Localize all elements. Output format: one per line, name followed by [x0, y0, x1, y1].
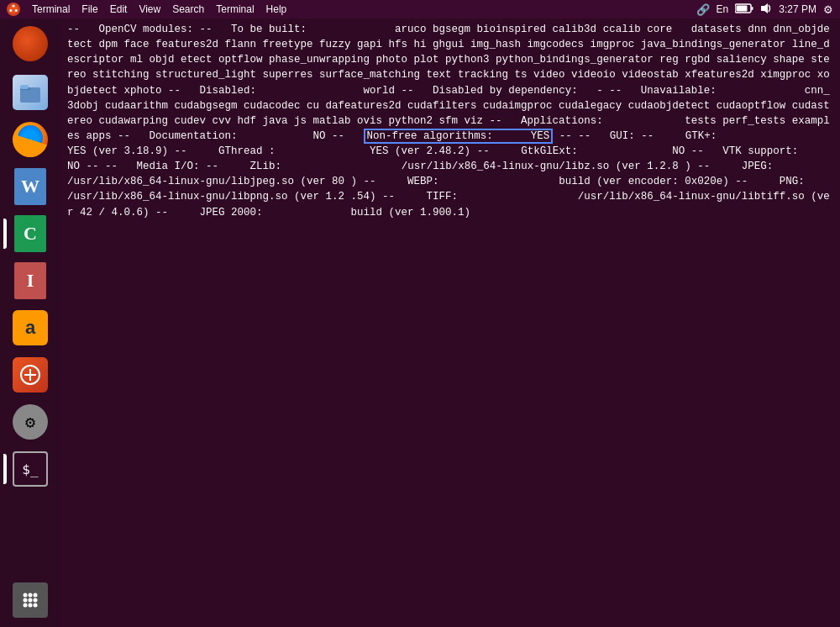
term-line-31: / 4.0.6)	[99, 207, 150, 219]
sidebar-icon-impress[interactable]: I	[8, 259, 52, 303]
term-line-21: --	[87, 161, 99, 172]
term-line-29: .54)	[351, 191, 376, 203]
term-line-13: -- Documentation: NO	[118, 130, 326, 142]
svg-point-17	[24, 598, 28, 603]
svg-rect-6	[752, 7, 753, 10]
menu-bar-right: 🔗 En 3:27 PM ⚙	[696, 3, 833, 17]
terminal-content[interactable]: -- OpenCV modules: -- To be built: aruco…	[60, 18, 840, 627]
svg-point-19	[34, 598, 38, 603]
sidebar-icon-settings[interactable]: ⚙	[8, 400, 52, 444]
clock[interactable]: 3:27 PM	[779, 3, 816, 15]
term-line-16: -- GUI:	[578, 130, 635, 142]
term-line-22: -- Media I/O:	[105, 161, 200, 172]
svg-point-1	[13, 5, 15, 8]
term-line-0: -- OpenCV modules:	[67, 24, 193, 35]
sidebar-icon-amazon[interactable]: a	[8, 306, 52, 350]
sidebar-icon-files[interactable]	[8, 71, 52, 114]
svg-point-20	[24, 603, 28, 608]
svg-point-18	[29, 598, 33, 603]
svg-point-15	[29, 593, 33, 598]
sidebar: W C I a ⚙ $_	[0, 18, 60, 627]
ubuntu-logo-menu	[7, 3, 20, 16]
term-line-18: -- GThread : YES (ver 2.48.2)	[175, 145, 471, 157]
menu-terminal2[interactable]: Terminal	[216, 3, 254, 15]
term-line-10: dafeatures2d cudafilters cudaimgproc cud…	[326, 100, 830, 112]
battery-icon	[735, 3, 753, 16]
svg-point-2	[15, 9, 18, 12]
svg-rect-5	[737, 5, 748, 11]
term-line-11: ereo cudawarping cudev cvv hdf java js m…	[67, 115, 483, 127]
svg-point-3	[9, 9, 12, 12]
term-line-19: -- GtkGlExt: NO	[477, 145, 685, 157]
svg-marker-7	[761, 3, 768, 13]
main-area: W C I a ⚙ $_	[0, 18, 840, 627]
sidebar-icon-calc[interactable]: C	[8, 212, 52, 256]
menu-file[interactable]: File	[81, 3, 97, 15]
keyboard-layout[interactable]: En	[717, 3, 729, 15]
menu-bar: Terminal File Edit View Search Terminal …	[0, 0, 840, 18]
sidebar-icon-ubuntu[interactable]	[8, 22, 52, 66]
menu-help[interactable]: Help	[266, 3, 287, 15]
term-line-26: )	[351, 176, 358, 187]
terminal-window: -- OpenCV modules: -- To be built: aruco…	[60, 18, 840, 627]
menu-terminal[interactable]: Terminal	[32, 3, 70, 15]
svg-point-22	[34, 603, 38, 608]
volume-icon	[760, 3, 772, 17]
term-line-1: -- To be built: aruco bgsegm bioinspired…	[200, 24, 673, 35]
svg-point-16	[34, 593, 38, 598]
term-line-24: )	[685, 161, 691, 172]
menu-view[interactable]: View	[139, 3, 160, 15]
highlight-non-free: Non-free algorithms: YES	[364, 129, 554, 144]
term-line-14: -- Non-free algorithms: YES	[332, 129, 553, 144]
svg-point-14	[24, 593, 28, 598]
sidebar-icon-writer[interactable]: W	[8, 165, 52, 208]
menu-bar-left: Terminal File Edit View Search Terminal …	[7, 3, 286, 16]
sidebar-icon-firefox[interactable]	[8, 118, 52, 161]
svg-rect-10	[20, 85, 29, 89]
term-line-15: --	[559, 130, 572, 142]
term-line-8: -- Disabled by dependency: -	[402, 85, 603, 97]
sidebar-icon-terminal[interactable]: $_	[8, 447, 52, 491]
sidebar-icon-more-apps[interactable]	[8, 578, 52, 622]
term-line-23: -- ZLib: /usr/lib/x86_64-linux-gnu/libz.…	[206, 161, 679, 172]
sidebar-icon-ubuntu-software[interactable]	[8, 353, 52, 397]
term-line-27: -- WEBP: build (ver encoder: 0x020e)	[364, 176, 729, 187]
term-line-32: -- JPEG 2000: build (ver 1.900.1)	[155, 207, 470, 219]
system-menu-icon[interactable]: ⚙	[823, 3, 833, 16]
network-icon: 🔗	[696, 3, 710, 16]
term-line-4: etect optflow phase_unwrapping photo plo…	[181, 54, 679, 66]
svg-point-21	[29, 603, 33, 608]
menu-edit[interactable]: Edit	[110, 3, 128, 15]
menu-search[interactable]: Search	[172, 3, 204, 15]
term-line-7: -- Disabled: world	[168, 85, 395, 97]
